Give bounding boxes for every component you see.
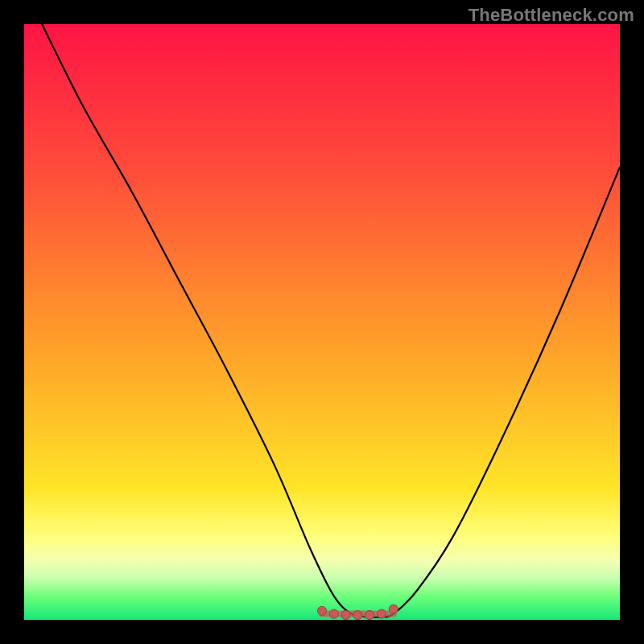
curve-marker <box>389 605 398 613</box>
chart-frame: TheBottleneck.com <box>0 0 644 644</box>
plot-area <box>24 24 620 620</box>
watermark-text: TheBottleneck.com <box>469 5 634 26</box>
curve-path <box>42 24 620 617</box>
curve-marker <box>329 609 338 618</box>
curve-marker <box>378 609 386 618</box>
bottleneck-curve <box>24 24 620 620</box>
curve-marker <box>318 606 327 615</box>
curve-marker <box>341 611 350 620</box>
curve-marker <box>365 611 374 620</box>
curve-marker <box>353 611 362 620</box>
